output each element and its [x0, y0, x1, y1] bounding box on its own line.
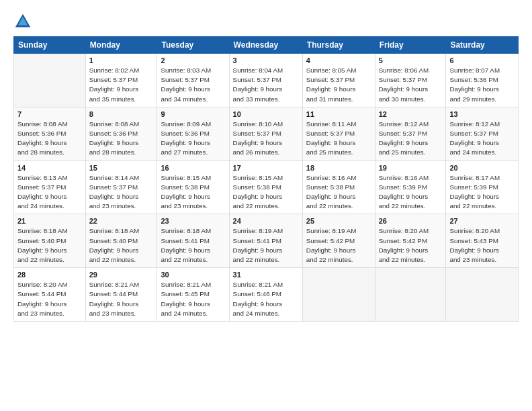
day-number: 18 — [306, 164, 371, 172]
day-info: Sunrise: 8:21 AM Sunset: 5:46 PM Dayligh… — [233, 280, 299, 318]
day-number: 14 — [17, 164, 82, 172]
week-row-2: 7Sunrise: 8:08 AM Sunset: 5:36 PM Daylig… — [14, 107, 519, 161]
day-info: Sunrise: 8:15 AM Sunset: 5:38 PM Dayligh… — [233, 173, 299, 212]
logo-icon — [13, 12, 32, 31]
day-number: 20 — [449, 164, 515, 172]
day-info: Sunrise: 8:07 AM Sunset: 5:36 PM Dayligh… — [449, 66, 515, 104]
week-row-4: 21Sunrise: 8:18 AM Sunset: 5:40 PM Dayli… — [14, 214, 519, 268]
weekday-header-friday: Friday — [375, 37, 446, 54]
day-info: Sunrise: 8:17 AM Sunset: 5:39 PM Dayligh… — [449, 173, 515, 212]
day-info: Sunrise: 8:12 AM Sunset: 5:37 PM Dayligh… — [449, 120, 515, 158]
day-info: Sunrise: 8:16 AM Sunset: 5:39 PM Dayligh… — [379, 173, 443, 212]
day-number: 17 — [233, 164, 299, 172]
day-cell: 1Sunrise: 8:02 AM Sunset: 5:37 PM Daylig… — [85, 54, 157, 107]
day-cell: 11Sunrise: 8:11 AM Sunset: 5:37 PM Dayli… — [302, 107, 375, 161]
day-info: Sunrise: 8:06 AM Sunset: 5:37 PM Dayligh… — [379, 66, 443, 104]
day-cell: 15Sunrise: 8:14 AM Sunset: 5:37 PM Dayli… — [85, 161, 157, 214]
day-number: 5 — [379, 56, 443, 64]
day-info: Sunrise: 8:12 AM Sunset: 5:37 PM Dayligh… — [379, 120, 443, 158]
day-number: 23 — [161, 217, 225, 225]
day-number: 19 — [379, 164, 443, 172]
day-cell: 31Sunrise: 8:21 AM Sunset: 5:46 PM Dayli… — [229, 268, 302, 322]
day-number: 28 — [17, 271, 82, 279]
day-info: Sunrise: 8:05 AM Sunset: 5:37 PM Dayligh… — [306, 66, 371, 104]
day-cell: 21Sunrise: 8:18 AM Sunset: 5:40 PM Dayli… — [14, 214, 86, 268]
day-cell: 23Sunrise: 8:18 AM Sunset: 5:41 PM Dayli… — [157, 214, 229, 268]
day-info: Sunrise: 8:08 AM Sunset: 5:36 PM Dayligh… — [89, 120, 154, 158]
day-cell: 30Sunrise: 8:21 AM Sunset: 5:45 PM Dayli… — [157, 268, 229, 322]
day-info: Sunrise: 8:20 AM Sunset: 5:44 PM Dayligh… — [17, 280, 82, 318]
day-info: Sunrise: 8:18 AM Sunset: 5:40 PM Dayligh… — [17, 226, 82, 265]
day-info: Sunrise: 8:21 AM Sunset: 5:45 PM Dayligh… — [161, 280, 225, 318]
day-cell: 24Sunrise: 8:19 AM Sunset: 5:41 PM Dayli… — [229, 214, 302, 268]
day-cell — [375, 268, 446, 322]
day-info: Sunrise: 8:19 AM Sunset: 5:42 PM Dayligh… — [306, 226, 371, 265]
day-number: 6 — [449, 56, 515, 64]
day-cell: 18Sunrise: 8:16 AM Sunset: 5:38 PM Dayli… — [302, 161, 375, 214]
day-cell: 10Sunrise: 8:10 AM Sunset: 5:37 PM Dayli… — [229, 107, 302, 161]
week-row-3: 14Sunrise: 8:13 AM Sunset: 5:37 PM Dayli… — [14, 161, 519, 214]
day-number: 24 — [233, 217, 299, 225]
day-cell: 7Sunrise: 8:08 AM Sunset: 5:36 PM Daylig… — [14, 107, 86, 161]
day-info: Sunrise: 8:20 AM Sunset: 5:42 PM Dayligh… — [379, 226, 443, 265]
day-cell — [302, 268, 375, 322]
day-cell: 22Sunrise: 8:18 AM Sunset: 5:40 PM Dayli… — [85, 214, 157, 268]
day-cell: 8Sunrise: 8:08 AM Sunset: 5:36 PM Daylig… — [85, 107, 157, 161]
day-number: 12 — [379, 110, 443, 118]
day-number: 2 — [161, 56, 225, 64]
logo — [13, 12, 36, 31]
day-number: 13 — [449, 110, 515, 118]
day-number: 21 — [17, 217, 82, 225]
day-cell: 14Sunrise: 8:13 AM Sunset: 5:37 PM Dayli… — [14, 161, 86, 214]
day-cell: 26Sunrise: 8:20 AM Sunset: 5:42 PM Dayli… — [375, 214, 446, 268]
day-cell: 25Sunrise: 8:19 AM Sunset: 5:42 PM Dayli… — [302, 214, 375, 268]
day-cell — [446, 268, 519, 322]
day-number: 4 — [306, 56, 371, 64]
day-info: Sunrise: 8:18 AM Sunset: 5:40 PM Dayligh… — [89, 226, 154, 265]
weekday-header-monday: Monday — [85, 37, 157, 54]
day-cell: 19Sunrise: 8:16 AM Sunset: 5:39 PM Dayli… — [375, 161, 446, 214]
day-number: 3 — [233, 56, 299, 64]
day-number: 16 — [161, 164, 225, 172]
day-info: Sunrise: 8:10 AM Sunset: 5:37 PM Dayligh… — [233, 120, 299, 158]
day-cell: 6Sunrise: 8:07 AM Sunset: 5:36 PM Daylig… — [446, 54, 519, 107]
header — [13, 12, 519, 31]
day-cell: 13Sunrise: 8:12 AM Sunset: 5:37 PM Dayli… — [446, 107, 519, 161]
day-cell: 16Sunrise: 8:15 AM Sunset: 5:38 PM Dayli… — [157, 161, 229, 214]
day-number: 11 — [306, 110, 371, 118]
day-cell: 12Sunrise: 8:12 AM Sunset: 5:37 PM Dayli… — [375, 107, 446, 161]
day-cell: 28Sunrise: 8:20 AM Sunset: 5:44 PM Dayli… — [14, 268, 86, 322]
weekday-header-sunday: Sunday — [14, 37, 86, 54]
day-number: 1 — [89, 56, 154, 64]
day-info: Sunrise: 8:16 AM Sunset: 5:38 PM Dayligh… — [306, 173, 371, 212]
day-number: 29 — [89, 271, 154, 279]
week-row-1: 1Sunrise: 8:02 AM Sunset: 5:37 PM Daylig… — [14, 54, 519, 107]
weekday-header-tuesday: Tuesday — [157, 37, 229, 54]
day-cell: 3Sunrise: 8:04 AM Sunset: 5:37 PM Daylig… — [229, 54, 302, 107]
day-cell: 2Sunrise: 8:03 AM Sunset: 5:37 PM Daylig… — [157, 54, 229, 107]
day-number: 25 — [306, 217, 371, 225]
day-info: Sunrise: 8:11 AM Sunset: 5:37 PM Dayligh… — [306, 120, 371, 158]
day-info: Sunrise: 8:13 AM Sunset: 5:37 PM Dayligh… — [17, 173, 82, 212]
day-cell: 4Sunrise: 8:05 AM Sunset: 5:37 PM Daylig… — [302, 54, 375, 107]
day-info: Sunrise: 8:02 AM Sunset: 5:37 PM Dayligh… — [89, 66, 154, 104]
day-cell: 5Sunrise: 8:06 AM Sunset: 5:37 PM Daylig… — [375, 54, 446, 107]
day-number: 31 — [233, 271, 299, 279]
day-info: Sunrise: 8:18 AM Sunset: 5:41 PM Dayligh… — [161, 226, 225, 265]
day-number: 30 — [161, 271, 225, 279]
day-info: Sunrise: 8:03 AM Sunset: 5:37 PM Dayligh… — [161, 66, 225, 104]
weekday-header-saturday: Saturday — [446, 37, 519, 54]
day-info: Sunrise: 8:15 AM Sunset: 5:38 PM Dayligh… — [161, 173, 225, 212]
day-number: 7 — [17, 110, 82, 118]
weekday-header-thursday: Thursday — [302, 37, 375, 54]
day-cell — [14, 54, 86, 107]
day-number: 8 — [89, 110, 154, 118]
day-cell: 29Sunrise: 8:21 AM Sunset: 5:44 PM Dayli… — [85, 268, 157, 322]
day-number: 15 — [89, 164, 154, 172]
day-number: 27 — [449, 217, 515, 225]
day-info: Sunrise: 8:21 AM Sunset: 5:44 PM Dayligh… — [89, 280, 154, 318]
week-row-5: 28Sunrise: 8:20 AM Sunset: 5:44 PM Dayli… — [14, 268, 519, 322]
weekday-header-row: SundayMondayTuesdayWednesdayThursdayFrid… — [14, 37, 519, 54]
day-number: 26 — [379, 217, 443, 225]
day-number: 22 — [89, 217, 154, 225]
